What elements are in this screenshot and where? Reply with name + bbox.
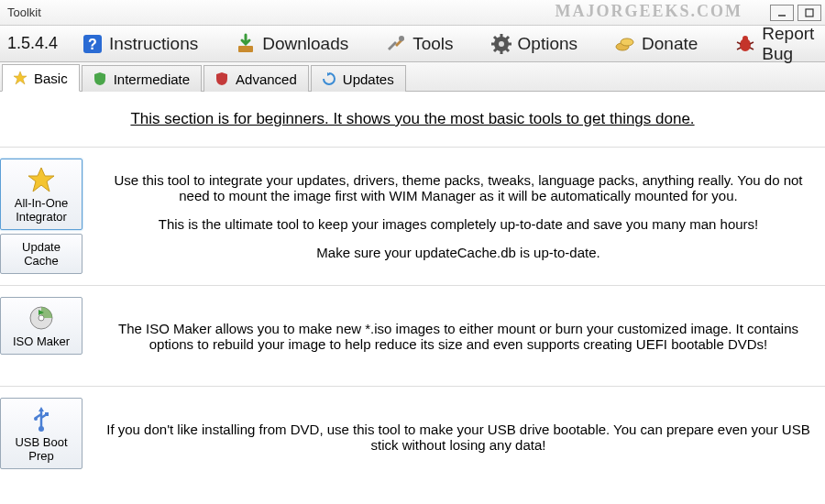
svg-line-23 [750, 48, 754, 49]
toolbar-item-label: Options [518, 34, 578, 54]
desc-line: Make sure your updateCache.db is up-to-d… [316, 245, 600, 260]
svg-line-15 [506, 37, 509, 39]
svg-point-19 [742, 36, 748, 41]
svg-point-7 [499, 41, 504, 47]
toolbar-item-label: Donate [642, 34, 698, 54]
toolbar-item-label: Instructions [109, 34, 198, 54]
download-icon [235, 33, 257, 55]
tab-label: Intermediate [114, 71, 190, 87]
svg-line-22 [737, 48, 741, 49]
toolbar-options[interactable]: Options [485, 31, 583, 57]
toolbar-item-label: Report Bug [762, 24, 814, 64]
iso-maker-button[interactable]: ISO Maker [0, 297, 82, 355]
gear-icon [490, 33, 512, 55]
bug-icon [734, 33, 756, 55]
tool-row-integrator: All-In-One Integrator Update Cache Use t… [0, 147, 825, 285]
desc-line: This is the ultimate tool to keep your i… [159, 216, 759, 232]
tools-icon [385, 33, 407, 55]
tool-description: If you don't like installing from DVD, u… [92, 398, 825, 476]
minimize-button[interactable] [770, 5, 794, 21]
svg-point-17 [621, 38, 633, 46]
tab-label: Updates [343, 71, 394, 87]
svg-point-32 [34, 417, 38, 421]
svg-line-12 [494, 37, 497, 39]
svg-line-20 [737, 42, 741, 44]
button-label: Update Cache [5, 240, 78, 268]
tool-row-iso-maker: ISO Maker The ISO Maker allows you to ma… [0, 285, 825, 386]
desc-line: The ISO Maker allows you to make new *.i… [106, 321, 810, 352]
tool-description: Use this tool to integrate your updates,… [92, 159, 825, 274]
tab-label: Basic [34, 71, 68, 86]
tab-label: Advanced [236, 71, 297, 87]
tab-advanced[interactable]: Advanced [204, 65, 309, 92]
section-intro: This section is for beginners. It shows … [0, 110, 825, 128]
help-icon: ? [82, 33, 104, 55]
toolbar-donate[interactable]: Donate [609, 31, 703, 57]
usb-icon [27, 404, 56, 433]
desc-line: If you don't like installing from DVD, u… [106, 422, 810, 453]
svg-point-30 [38, 426, 44, 432]
button-label: USB Boot Prep [5, 435, 78, 463]
svg-point-28 [38, 315, 44, 321]
svg-marker-26 [28, 168, 54, 192]
shield-red-icon [214, 71, 230, 87]
toolbar-downloads[interactable]: Downloads [229, 31, 354, 57]
main-toolbar: 1.5.4.4 ? Instructions Downloads Tools O… [0, 26, 825, 62]
title-bar: Toolkit [0, 0, 825, 26]
svg-text:?: ? [88, 37, 97, 52]
svg-line-21 [750, 42, 754, 44]
tab-intermediate[interactable]: Intermediate [82, 65, 202, 92]
desc-line: Use this tool to integrate your updates,… [106, 172, 810, 203]
toolbar-item-label: Tools [412, 34, 453, 54]
content-area: This section is for beginners. It shows … [0, 92, 825, 487]
tab-bar: Basic Intermediate Advanced Updates [0, 62, 825, 92]
button-label: All-In-One Integrator [5, 196, 78, 224]
update-cache-button[interactable]: Update Cache [0, 234, 82, 274]
toolbar-tools[interactable]: Tools [380, 31, 458, 57]
tool-row-usb-boot: USB Boot Prep If you don't like installi… [0, 386, 825, 487]
tool-description: The ISO Maker allows you to make new *.i… [92, 297, 825, 375]
star-icon [27, 165, 56, 194]
svg-rect-4 [238, 46, 253, 52]
toolbar-item-label: Downloads [262, 34, 348, 54]
star-icon [12, 70, 28, 86]
toolbar-instructions[interactable]: ? Instructions [76, 31, 204, 57]
shield-green-icon [92, 71, 108, 87]
disc-icon [27, 303, 56, 333]
svg-point-5 [399, 36, 404, 41]
svg-rect-1 [806, 9, 813, 16]
refresh-icon [321, 71, 337, 87]
all-in-one-integrator-button[interactable]: All-In-One Integrator [0, 159, 82, 230]
tab-basic[interactable]: Basic [2, 64, 80, 92]
window-title: Toolkit [4, 5, 766, 19]
version-label: 1.5.4.4 [7, 34, 58, 53]
toolbar-report-bug[interactable]: Report Bug [729, 22, 820, 66]
button-label: ISO Maker [13, 334, 70, 348]
coins-icon [614, 33, 636, 55]
svg-marker-31 [38, 407, 44, 411]
svg-line-13 [506, 49, 509, 51]
svg-rect-33 [45, 412, 49, 416]
svg-line-14 [494, 49, 497, 51]
usb-boot-prep-button[interactable]: USB Boot Prep [0, 398, 82, 469]
maximize-button[interactable] [798, 5, 821, 21]
svg-marker-24 [14, 71, 27, 84]
tab-updates[interactable]: Updates [311, 65, 406, 92]
